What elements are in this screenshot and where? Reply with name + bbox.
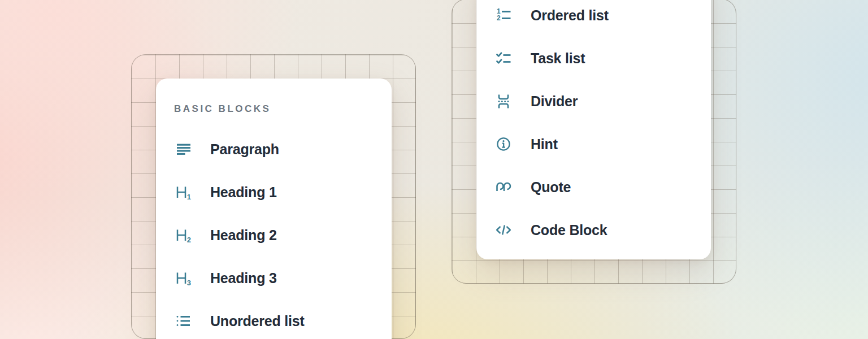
basic-blocks-menu: BASIC BLOCKS Paragraph 1 Heading 1 xyxy=(156,79,392,339)
menu-item-paragraph[interactable]: Paragraph xyxy=(156,140,392,158)
svg-text:2: 2 xyxy=(187,236,191,244)
menu-item-label: Ordered list xyxy=(531,6,609,24)
menu-item-label: Code Block xyxy=(531,221,607,239)
menu-item-ordered-list[interactable]: 1 2 Ordered list xyxy=(476,6,711,24)
menu-item-label: Heading 3 xyxy=(210,269,277,287)
menu-item-label: Quote xyxy=(531,178,571,196)
svg-text:3: 3 xyxy=(187,279,191,287)
hero-illustration: BASIC BLOCKS Paragraph 1 Heading 1 xyxy=(0,0,868,339)
heading-1-icon: 1 xyxy=(174,183,192,201)
heading-2-icon: 2 xyxy=(174,226,192,244)
menu-item-hint[interactable]: Hint xyxy=(476,135,711,153)
menu-item-label: Divider xyxy=(531,92,578,110)
quote-icon xyxy=(494,178,513,196)
menu-item-label: Task list xyxy=(531,49,585,67)
paragraph-icon xyxy=(174,140,192,158)
menu-item-quote[interactable]: Quote xyxy=(476,178,711,196)
heading-3-icon: 3 xyxy=(174,269,192,287)
hint-icon xyxy=(494,135,513,153)
menu-item-divider[interactable]: Divider xyxy=(476,92,711,110)
menu-item-heading-2[interactable]: 2 Heading 2 xyxy=(156,226,392,244)
divider-icon xyxy=(494,92,513,110)
blocks-menu-continued: 1 2 Ordered list Task list xyxy=(476,0,711,259)
menu-item-heading-3[interactable]: 3 Heading 3 xyxy=(156,269,392,287)
menu-item-code-block[interactable]: Code Block xyxy=(476,221,711,239)
menu-item-label: Heading 1 xyxy=(210,183,277,201)
menu-item-unordered-list[interactable]: Unordered list xyxy=(156,312,392,330)
code-block-icon xyxy=(494,221,513,239)
menu-item-label: Unordered list xyxy=(210,312,305,330)
menu-item-label: Heading 2 xyxy=(210,226,277,244)
task-list-icon xyxy=(494,49,513,67)
menu-item-label: Paragraph xyxy=(210,140,279,158)
section-label: BASIC BLOCKS xyxy=(174,103,271,115)
menu-item-heading-1[interactable]: 1 Heading 1 xyxy=(156,183,392,201)
svg-text:2: 2 xyxy=(497,14,501,22)
menu-item-label: Hint xyxy=(531,135,558,153)
menu-item-task-list[interactable]: Task list xyxy=(476,49,711,67)
unordered-list-icon xyxy=(174,312,192,330)
ordered-list-icon: 1 2 xyxy=(494,6,513,24)
svg-text:1: 1 xyxy=(187,193,191,201)
